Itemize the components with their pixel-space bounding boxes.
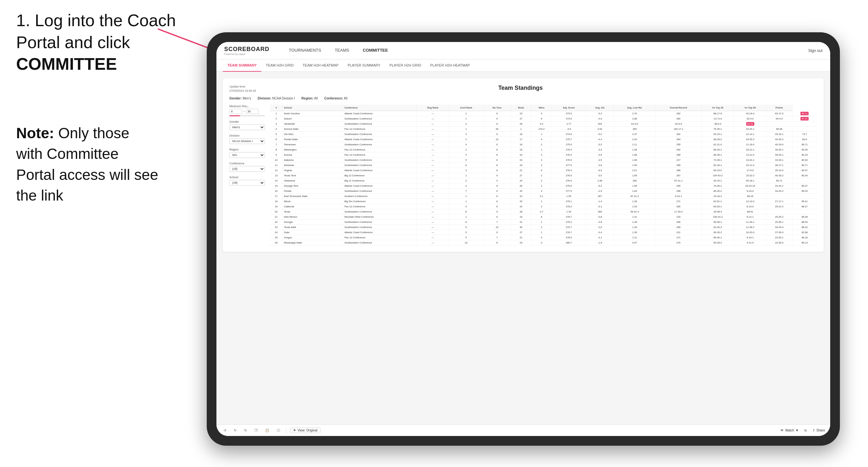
table-row: 14OklahomaBig 12 Conference—24242276.61.… [270,178,817,183]
cell-24-13: 9-19-1 [734,235,766,240]
cell-18-5: 8 [483,204,511,209]
cell-6-2: Southeastern Conference [343,142,417,147]
share-label: Share [816,429,825,432]
col-avg-low: Avg. Low Rd. [614,105,655,111]
nav-teams[interactable]: TEAMS [328,42,356,59]
cell-13-8: 276.6 [552,178,586,183]
cell-11-11: 268 [655,168,702,173]
main-content: Update time: 27/03/2024 16:56:26 Team St… [216,72,830,424]
cell-24-1: Oregon [283,235,343,240]
col-wins: Wins [531,105,552,111]
cell-1-10: 2.88 [614,116,655,121]
cell-15-12: 80-25-2 [702,189,734,194]
toolbar-expand[interactable]: ⧉ [802,428,809,433]
cell-19-4: 8 [449,209,483,214]
cell-4-10: 2.37 [614,132,655,137]
card-header: Update time: 27/03/2024 16:56:26 Team St… [229,85,817,93]
subnav-player-h2h-grid[interactable]: PLAYER H2H GRID [385,59,426,72]
table-row: 5Ole MissSoutheastern Conference—3618127… [270,132,817,137]
conference-select[interactable]: (All) [229,166,265,172]
cell-0-9: -5.2 [586,111,614,116]
cell-23-1: Duke [283,230,343,235]
cell-20-4: 1 [449,214,483,220]
cell-14-0: 15 [270,183,283,189]
toolbar-paste[interactable]: 📋 [263,428,271,433]
cell-25-8: 280.7 [552,240,586,245]
col-reg-rank: Reg Rank [417,105,449,111]
watch-btn[interactable]: 👁 Watch ▼ [780,429,799,432]
cell-5-6: 17 [511,137,531,142]
cell-8-13: 14-21-0 [734,152,766,158]
region-value: All [314,97,318,100]
nav-tournaments[interactable]: TOURNAMENTS [282,42,328,59]
subnav-team-h2h-heatmap[interactable]: TEAM H2H HEATMAP [298,59,343,72]
cell-23-4: 5 [449,230,483,235]
cell-13-2: Big 12 Conference [343,178,417,183]
cell-3-0: 4 [270,127,283,132]
toolbar-refresh[interactable]: ↻ [242,428,249,433]
subnav-team-summary[interactable]: TEAM SUMMARY [223,59,261,72]
cell-11-9: -6.0 [586,168,614,173]
min-rounds-min-input[interactable] [229,109,242,114]
cell-5-10: 2.20 [614,137,655,142]
cell-20-6: 15 [511,214,531,220]
cell-4-8: 274.8 [552,132,586,137]
cell-22-3: — [417,225,449,230]
gender-select[interactable]: Men's [229,124,265,130]
cell-12-5: 9 [483,173,511,178]
rounds-slider[interactable] [229,115,265,116]
cell-17-13: 12-13-0 [734,199,766,204]
cell-8-8: 276.3 [552,152,586,158]
cell-12-9: -3.5 [586,173,614,178]
min-rounds-max-input[interactable] [246,109,259,114]
note-text: Note: Only those with Committee Portal a… [16,123,158,206]
cell-12-2: Big 12 Conference [343,173,417,178]
cell-0-13: 42-16-0 [734,111,766,116]
toolbar-info[interactable]: ⓘ [275,427,282,434]
cell-20-14: 29-25-2 [766,214,792,220]
sign-out-link[interactable]: Sign out [808,49,823,53]
school-group: School (All) [229,176,265,186]
toolbar-redo[interactable]: ↻ [232,428,239,433]
col-points: Points [766,105,792,111]
nav-committee[interactable]: COMMITTEE [356,42,395,59]
cell-12-13: 15-32-2 [734,173,766,178]
cell-23-15: 82.98 [792,230,817,235]
toolbar-undo[interactable]: ↺ [222,428,228,433]
cell-22-13: 11-38-2 [734,225,766,230]
region-select[interactable]: N/A [229,152,265,158]
cell-20-2: Mountain West Conference [343,214,417,220]
subnav-player-h2h-heatmap[interactable]: PLAYER H2H HEATMAP [426,59,474,72]
col-rank: # [270,105,283,111]
cell-15-9: -2.9 [586,189,614,194]
table-row: 18IllinoisBig Ten Conference—18231279.1-… [270,199,817,204]
cell-13-0: 14 [270,178,283,183]
content-card: Update time: 27/03/2024 16:56:26 Team St… [223,78,824,252]
cell-22-0: 23 [270,225,283,230]
cell-14-13: 23-23-19 [734,183,766,189]
table-row: 6Florida StateAtlantic Coast Conference—… [270,137,817,142]
subnav-player-summary[interactable]: PLAYER SUMMARY [343,59,385,72]
cell-25-9: -1.8 [586,240,614,245]
toolbar-copy[interactable]: ❐ [253,428,259,433]
view-original-label: View: Original [298,429,317,432]
cell-2-4: 2 [449,121,483,127]
share-btn[interactable]: ⇧ Share [812,429,825,432]
cell-25-11: 270 [655,240,702,245]
cell-16-0: 17 [270,194,283,199]
cell-0-3: — [417,111,449,116]
cell-9-5: 6 [483,158,511,163]
cell-15-6: 24 [511,189,531,194]
cell-16-11: 9-10-1 [655,194,702,199]
cell-11-6: 21 [511,168,531,173]
school-select[interactable]: (All) [229,180,265,186]
division-select[interactable]: NCAA Division I [229,138,265,144]
view-original-btn[interactable]: 👁 View: Original [290,428,320,433]
cell-17-3: — [417,199,449,204]
cell-16-3: — [417,194,449,199]
cell-7-3: — [417,147,449,152]
cell-4-11: 262 [655,132,702,137]
subnav-team-h2h-grid[interactable]: TEAM H2H GRID [261,59,298,72]
cell-2-1: Vanderbilt [283,121,343,127]
cell-15-4: 7 [449,189,483,194]
